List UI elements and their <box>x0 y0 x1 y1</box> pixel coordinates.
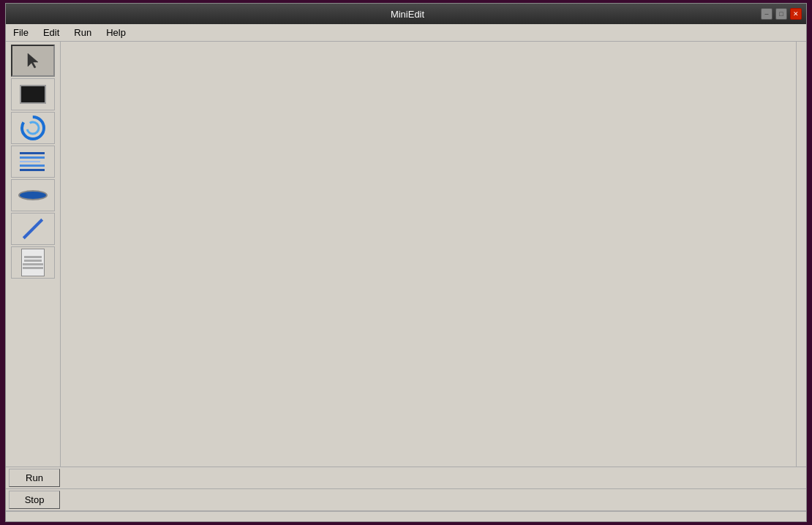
cursor-icon <box>26 52 40 69</box>
svg-point-2 <box>27 122 39 134</box>
run-button[interactable]: Run <box>9 469 60 487</box>
toolbar <box>6 42 61 467</box>
router-tool[interactable] <box>11 179 55 211</box>
legacy-switch-tool[interactable] <box>11 146 55 178</box>
host-icon <box>20 85 46 104</box>
router-icon <box>18 190 48 200</box>
vertical-scrollbar[interactable] <box>796 42 806 467</box>
cursor-tool[interactable] <box>11 45 55 77</box>
switch-icon <box>19 114 47 142</box>
svg-point-1 <box>22 117 44 139</box>
canvas-wrapper: c0 s1 <box>61 42 806 467</box>
window-title: MiniEdit <box>54 9 761 20</box>
app-window: MiniEdit – □ ✕ File Edit Run Help <box>5 3 807 522</box>
link-icon <box>23 219 43 239</box>
horizontal-scrollbar[interactable] <box>6 511 806 521</box>
svg-marker-0 <box>28 53 38 68</box>
switch-tool[interactable] <box>11 112 55 144</box>
title-bar: MiniEdit – □ ✕ <box>6 4 806 24</box>
menu-edit[interactable]: Edit <box>40 26 62 39</box>
close-button[interactable]: ✕ <box>790 8 802 20</box>
stop-button[interactable]: Stop <box>9 491 60 509</box>
maximize-button[interactable]: □ <box>775 8 787 20</box>
host-tool[interactable] <box>11 78 55 110</box>
bottom-bar: Run Stop <box>6 467 806 521</box>
minimize-button[interactable]: – <box>761 8 772 20</box>
menu-help[interactable]: Help <box>103 26 129 39</box>
network-icon <box>20 152 46 171</box>
menu-bar: File Edit Run Help <box>6 24 806 42</box>
menu-run[interactable]: Run <box>71 26 94 39</box>
main-area: c0 s1 <box>6 42 806 467</box>
link-tool[interactable] <box>11 213 55 245</box>
menu-file[interactable]: File <box>10 26 31 39</box>
controller-tool[interactable] <box>11 246 55 279</box>
controller-icon <box>21 249 45 276</box>
